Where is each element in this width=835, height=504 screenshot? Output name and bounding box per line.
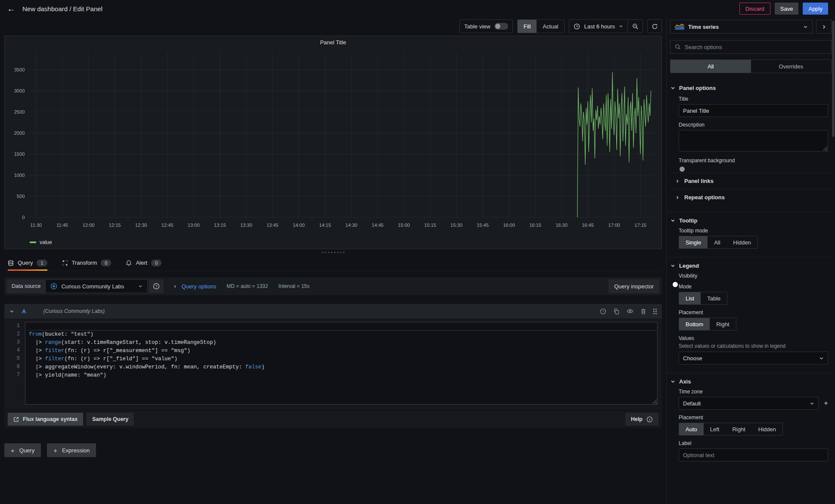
zoom-out-button[interactable]: [628, 20, 643, 33]
legend-values-placeholder: Choose: [683, 355, 702, 362]
tooltip-mode-single[interactable]: Single: [679, 236, 708, 248]
query-options-toggle[interactable]: Query options: [173, 283, 216, 290]
tab-alert[interactable]: Alert 0: [126, 255, 161, 271]
search-input[interactable]: [685, 44, 827, 50]
datasource-select[interactable]: Curious Community Labs: [45, 279, 148, 293]
legend-placement-right[interactable]: Right: [710, 318, 736, 330]
legend-placement-bottom[interactable]: Bottom: [679, 318, 710, 330]
axis-placement-left[interactable]: Left: [704, 423, 726, 435]
panel-title-input[interactable]: [683, 108, 824, 114]
x-axis-tick: 17:00: [608, 223, 620, 228]
save-button[interactable]: Save: [775, 3, 799, 15]
time-range-picker[interactable]: Last 6 hours: [569, 20, 628, 33]
time-series-chart[interactable]: 050010001500200025003000350011:3011:4512…: [5, 46, 661, 239]
axis-placement-auto[interactable]: Auto: [679, 423, 704, 435]
axis-label-input[interactable]: [683, 452, 824, 458]
editor-tabs: Query 1 Transform 0 Alert 0: [4, 255, 662, 271]
timezone-select[interactable]: Default: [679, 397, 819, 410]
tab-query-count: 1: [37, 260, 47, 266]
actual-option[interactable]: Actual: [537, 20, 564, 33]
table-view-toggle[interactable]: [494, 23, 508, 30]
query-inspector-button[interactable]: Query inspector: [608, 279, 659, 293]
panel-title[interactable]: Panel Title: [5, 36, 661, 46]
info-circle-icon: [646, 416, 653, 423]
legend-placement-group: Bottom Right: [679, 318, 736, 331]
legend-mode-table[interactable]: Table: [701, 292, 727, 304]
axis-placement-hidden[interactable]: Hidden: [752, 423, 782, 435]
help-button[interactable]: Help: [625, 413, 658, 426]
panel-options-header[interactable]: Panel options: [667, 83, 835, 93]
code-token: (fn: (r) => r["_field"] == "value"): [65, 356, 178, 362]
line-number: 2: [4, 330, 20, 338]
code-line[interactable]: |> yield(name: "mean"): [29, 371, 657, 380]
textarea-resize-handle[interactable]: [823, 146, 827, 151]
code-area[interactable]: from(bucket: "test") |> range(start: v.t…: [25, 322, 658, 405]
panel-options-section: Panel options Title Description Transpar…: [667, 80, 835, 205]
collapse-sidebar-button[interactable]: [816, 20, 832, 34]
timezone-label: Time zone: [679, 389, 828, 395]
description-textarea[interactable]: [679, 130, 828, 152]
tooltip-mode-all[interactable]: All: [708, 236, 726, 248]
line-number: 5: [4, 355, 20, 363]
eye-icon: [627, 308, 633, 315]
code-line[interactable]: |> aggregateWindow(every: v.windowPeriod…: [29, 363, 657, 371]
panel-resize-handle[interactable]: [4, 249, 662, 255]
code-line[interactable]: |> filter(fn: (r) => r["_field"] == "val…: [29, 355, 657, 363]
code-line[interactable]: |> range(start: v.timeRangeStart, stop: …: [29, 339, 657, 347]
apply-button[interactable]: Apply: [803, 3, 828, 15]
sample-query-button[interactable]: Sample Query: [87, 413, 134, 426]
hide-query-button[interactable]: [627, 308, 633, 315]
code-line[interactable]: |> filter(fn: (r) => r["_measurement"] =…: [29, 347, 657, 355]
tab-query[interactable]: Query 1: [8, 255, 47, 271]
axis-placement-label: Placement: [679, 414, 828, 421]
tab-all[interactable]: All: [670, 60, 751, 73]
legend-values-label: Values: [679, 335, 828, 341]
code-line[interactable]: [29, 322, 657, 331]
time-range-label: Last 6 hours: [584, 23, 615, 30]
panel-links-row[interactable]: Panel links: [670, 173, 832, 189]
editor-resize-handle[interactable]: [652, 399, 657, 404]
query-options-label: Query options: [181, 283, 216, 290]
fill-option[interactable]: Fill: [518, 20, 537, 33]
duplicate-query-button[interactable]: [613, 308, 620, 315]
drag-query-handle[interactable]: [653, 309, 657, 314]
code-token: ): [261, 364, 265, 370]
repeat-options-row[interactable]: Repeat options: [670, 189, 832, 205]
axis-header[interactable]: Axis: [667, 377, 835, 386]
legend-mode-list[interactable]: List: [679, 292, 701, 304]
visualization-picker[interactable]: Time series: [670, 20, 813, 34]
y-axis-tick: 2500: [14, 109, 25, 114]
options-search[interactable]: [670, 40, 832, 54]
refresh-button[interactable]: [647, 19, 662, 33]
axis-placement-right[interactable]: Right: [726, 423, 751, 435]
add-query-button[interactable]: +Query: [4, 443, 41, 457]
chevron-down-icon: [138, 284, 143, 288]
back-arrow-icon[interactable]: ←: [7, 4, 16, 13]
scrollbar-thumb[interactable]: [832, 21, 835, 137]
tab-overrides[interactable]: Overrides: [751, 60, 832, 73]
code-token-keyword: range: [45, 340, 62, 346]
add-timezone-button[interactable]: +: [824, 399, 828, 408]
delete-query-button[interactable]: [640, 308, 646, 315]
tooltip-header[interactable]: Tooltip: [667, 216, 835, 225]
discard-button[interactable]: Discard: [739, 3, 770, 15]
add-expression-button[interactable]: +Expression: [47, 443, 96, 457]
tab-transform[interactable]: Transform 0: [62, 255, 112, 271]
search-icon: [675, 44, 681, 50]
svg-text:?: ?: [155, 284, 158, 288]
chevron-down-icon: [670, 86, 675, 90]
flux-code-editor[interactable]: 1234567 from(bucket: "test") |> range(st…: [4, 318, 662, 410]
plus-icon: +: [11, 447, 15, 454]
query-ref-id: A: [22, 308, 26, 315]
datasource-help-button[interactable]: ?: [149, 279, 164, 293]
query-help-button[interactable]: ?: [600, 308, 606, 315]
legend-header[interactable]: Legend: [667, 261, 835, 270]
sidebar-scrollbar[interactable]: [832, 17, 835, 504]
legend-label[interactable]: value: [40, 239, 52, 245]
code-line[interactable]: from(bucket: "test"): [29, 331, 657, 339]
query-editor-header[interactable]: A (Curious Community Labs) ?: [4, 304, 662, 318]
legend-values-select[interactable]: Choose: [679, 352, 828, 365]
flux-syntax-button[interactable]: Flux language syntax: [8, 413, 83, 426]
tooltip-mode-label: Tooltip mode: [679, 228, 828, 234]
tooltip-mode-hidden[interactable]: Hidden: [727, 236, 757, 248]
